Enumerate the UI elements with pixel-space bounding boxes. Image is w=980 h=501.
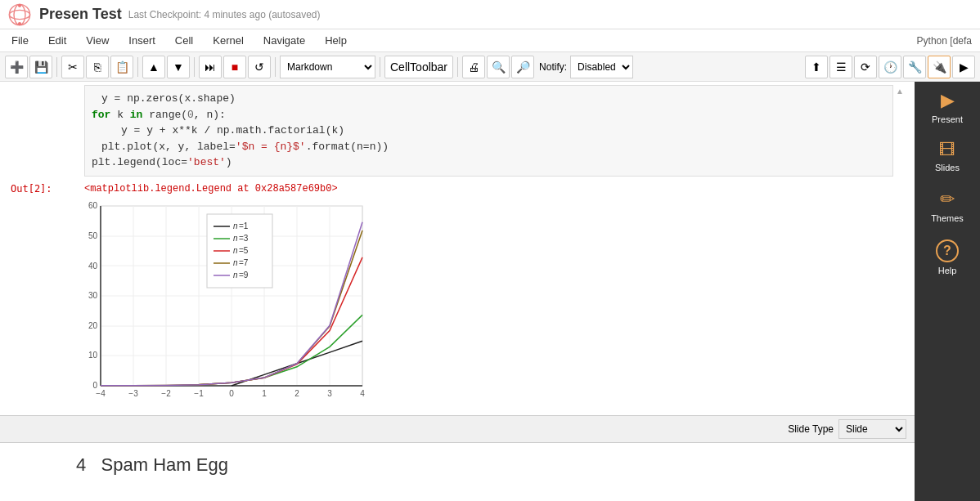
menu-kernel[interactable]: Kernel — [209, 33, 247, 48]
present-label: Present — [932, 114, 963, 124]
slides-icon: 🎞 — [939, 141, 955, 159]
slide-type-select[interactable]: Slide Sub-Slide Fragment Skip Notes — [838, 419, 906, 439]
svg-text:2: 2 — [294, 389, 299, 398]
svg-text:−2: −2 — [161, 389, 171, 398]
sep1 — [56, 57, 57, 77]
notebook-title: Presen Test — [39, 6, 122, 23]
refresh-button[interactable]: ⟳ — [854, 56, 877, 78]
help-button[interactable]: ? Help — [915, 231, 980, 284]
menu-bar: File Edit View Insert Cell Kernel Naviga… — [0, 29, 980, 52]
notify-area: Notify: Disabled Enabled — [539, 56, 633, 78]
heading-text: Spam Ham Egg — [101, 454, 228, 475]
toolbar: ➕ 💾 ✂ ⎘ 📋 ▲ ▼ ⏭ ■ ↺ Markdown Code Raw NB… — [0, 52, 980, 82]
share-button[interactable]: ⬆ — [805, 56, 828, 78]
slides-button[interactable]: 🎞 Slides — [915, 132, 980, 181]
svg-text:0: 0 — [229, 389, 234, 398]
settings-button[interactable]: 🔧 — [903, 56, 926, 78]
present-icon: ▶ — [941, 90, 955, 111]
scroll-indicator: ▲ — [893, 85, 906, 177]
celltoolbar-button[interactable]: CellToolbar — [384, 56, 453, 78]
svg-text:10: 10 — [88, 351, 98, 360]
legend-label-n5: n — [233, 246, 238, 255]
extension-button[interactable]: 🔌 — [928, 56, 951, 78]
copy-button[interactable]: ⎘ — [86, 56, 109, 78]
slides-label: Slides — [935, 163, 960, 172]
svg-text:20: 20 — [88, 321, 98, 330]
svg-text:4: 4 — [360, 389, 365, 398]
code-cell: y = np.zeros(x.shape) for k in range(0, … — [0, 82, 915, 415]
go-first-button[interactable]: ⏭ — [199, 56, 222, 78]
sep6 — [457, 57, 458, 77]
cell-heading: 4 Spam Ham Egg — [76, 454, 898, 476]
svg-text:3: 3 — [327, 389, 332, 398]
stop-button[interactable]: ■ — [223, 56, 246, 78]
notebook-area[interactable]: y = np.zeros(x.shape) for k in range(0, … — [0, 82, 915, 501]
sep3 — [194, 57, 195, 77]
cell-code-content[interactable]: y = np.zeros(x.shape) for k in range(0, … — [84, 85, 893, 177]
themes-icon: ✏ — [940, 189, 955, 210]
jupyter-logo — [8, 3, 31, 26]
legend-label-n9: n — [233, 271, 238, 280]
clock-button[interactable]: 🕐 — [879, 56, 901, 78]
menu-navigate[interactable]: Navigate — [260, 33, 308, 48]
menu-insert[interactable]: Insert — [125, 33, 159, 48]
zoom-in-button[interactable]: 🔍 — [487, 56, 510, 78]
main-layout: y = np.zeros(x.shape) for k in range(0, … — [0, 82, 980, 501]
cut-button[interactable]: ✂ — [61, 56, 84, 78]
code-line-5: plt.legend(loc='best') — [92, 154, 886, 171]
add-cell-button[interactable]: ➕ — [5, 56, 28, 78]
checkpoint-info: Last Checkpoint: 4 minutes ago (autosave… — [128, 9, 321, 20]
move-up-button[interactable]: ▲ — [142, 56, 165, 78]
slide-type-bar: Slide Type Slide Sub-Slide Fragment Skip… — [0, 415, 915, 443]
sep4 — [275, 57, 276, 77]
menu-file[interactable]: File — [8, 33, 32, 48]
output-text: <matplotlib.legend.Legend at 0x28a587e69… — [84, 180, 906, 195]
svg-point-3 — [18, 3, 21, 7]
code-line-4: plt.plot(x, y, label='$n = {n}$'.format(… — [92, 139, 886, 155]
restart-button[interactable]: ↺ — [248, 56, 271, 78]
sep2 — [137, 57, 138, 77]
zoom-out-button[interactable]: 🔎 — [511, 56, 534, 78]
themes-label: Themes — [931, 213, 964, 223]
cell-type-select[interactable]: Markdown Code Raw NBConvert — [280, 56, 375, 78]
legend-label-n7: n — [233, 258, 238, 267]
notify-label: Notify: — [539, 61, 567, 73]
notify-select[interactable]: Disabled Enabled — [570, 56, 633, 78]
code-line-1: y = np.zeros(x.shape) — [92, 91, 886, 107]
move-down-button[interactable]: ▼ — [167, 56, 190, 78]
menu-view[interactable]: View — [83, 33, 112, 48]
cell-output-area: Out[2]: <matplotlib.legend.Legend at 0x2… — [2, 180, 915, 195]
save-button[interactable]: 💾 — [29, 56, 52, 78]
plot-container: 0 10 20 30 40 50 60 −4 −3 −2 −1 0 1 2 3 — [76, 195, 898, 412]
sep5 — [380, 57, 380, 77]
chart-svg: 0 10 20 30 40 50 60 −4 −3 −2 −1 0 1 2 3 — [76, 198, 371, 402]
themes-button[interactable]: ✏ Themes — [915, 181, 980, 231]
svg-text:30: 30 — [88, 291, 98, 300]
menu-edit[interactable]: Edit — [45, 33, 70, 48]
help-label: Help — [938, 266, 957, 275]
list-button[interactable]: ☰ — [829, 56, 852, 78]
legend-eq-n1: =1 — [239, 221, 249, 230]
menu-help[interactable]: Help — [321, 33, 350, 48]
video-button[interactable]: ▶ — [952, 56, 975, 78]
code-line-2: for k in range(0, n): — [92, 107, 886, 123]
present-button[interactable]: ▶ Present — [915, 82, 980, 132]
markdown-content: 4 Spam Ham Egg — [2, 446, 915, 484]
markdown-cell: 4 Spam Ham Egg — [0, 443, 915, 487]
menu-cell[interactable]: Cell — [172, 33, 196, 48]
svg-point-1 — [14, 4, 25, 25]
output-label: Out[2]: — [11, 180, 84, 195]
legend-eq-n3: =3 — [239, 234, 249, 243]
code-line-3: y = y + x**k / np.math.factorial(k) — [92, 123, 886, 139]
svg-text:−3: −3 — [128, 389, 138, 398]
svg-text:1: 1 — [262, 389, 267, 398]
print-button[interactable]: 🖨 — [462, 56, 485, 78]
top-bar: Presen Test Last Checkpoint: 4 minutes a… — [0, 0, 980, 29]
slide-type-label: Slide Type — [788, 423, 834, 435]
heading-number: 4 — [76, 454, 86, 475]
svg-text:60: 60 — [88, 201, 98, 210]
toolbar-right: ⬆ ☰ ⟳ 🕐 🔧 🔌 ▶ — [805, 56, 975, 78]
svg-text:−4: −4 — [96, 389, 106, 398]
paste-button[interactable]: 📋 — [110, 56, 133, 78]
kernel-indicator: Python [defa — [917, 35, 972, 47]
